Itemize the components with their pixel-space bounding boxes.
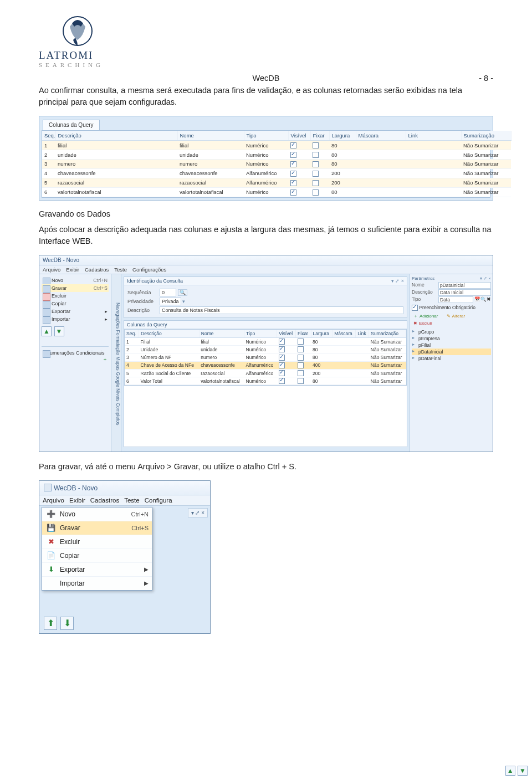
s3-window-title: WecDB - Novo — [39, 481, 210, 495]
col-header[interactable]: Sumarização — [369, 330, 406, 338]
r-desc-val[interactable]: Data Inicial — [438, 289, 491, 296]
add-button[interactable]: ＋Adicionar — [412, 312, 442, 320]
seq-label: Sequência — [127, 290, 160, 295]
table-row[interactable]: 6valortotalnotafiscalvalortotalnotafisca… — [42, 187, 511, 197]
col-header[interactable]: Seq. — [125, 330, 139, 338]
dropdown-item[interactable]: ➕NovoCtrl+N — [42, 508, 152, 521]
desc-label: Descrição — [127, 308, 160, 313]
menu-item[interactable]: Configura — [145, 497, 172, 504]
col-header[interactable]: Máscara — [356, 131, 406, 141]
tree-item[interactable]: pFilial — [412, 342, 491, 348]
tree-item[interactable]: pGrupo — [412, 329, 491, 335]
screenshot-colunas-query: Colunas da Query Seq.DescriçãoNomeTipoVi… — [39, 116, 493, 201]
r-tipo-val[interactable]: Data — [438, 296, 473, 303]
panel-identificacao: Identificação da Consulta▾ ⤢ × Sequência… — [124, 276, 407, 318]
alter-button[interactable]: ✎Alterar — [445, 312, 470, 320]
col-header[interactable]: Tipo — [244, 330, 277, 338]
arquivo-dropdown[interactable]: ➕NovoCtrl+N💾GravarCtrl+S✖Excluir📄Copiar⬇… — [42, 507, 152, 591]
col-header[interactable]: Nome — [177, 131, 244, 141]
r-nome-val[interactable]: pDataInicial — [438, 282, 491, 289]
dropdown-item[interactable]: ⬇Exportar▶ — [42, 563, 152, 577]
menu-item[interactable]: Cadastros — [90, 497, 119, 504]
move-down-icon[interactable]: ▼ — [54, 326, 64, 336]
col-header[interactable]: Nome — [199, 330, 244, 338]
table-row[interactable]: 4Chave de Acesso da NFechaveacessonfeAlf… — [125, 361, 406, 369]
page-number: - 8 - — [479, 74, 493, 83]
right-tab-label[interactable]: Parâmetros — [412, 276, 434, 281]
col-header[interactable]: Fixar — [310, 131, 329, 141]
paragraph-2: Após colocar a descrição adequada nas co… — [39, 224, 493, 247]
table-row[interactable]: 2unidadeunidadeNumérico80Não Sumarizar — [42, 150, 511, 160]
s3-menubar[interactable]: ArquivoExibirCadastrosTesteConfigura — [39, 495, 210, 506]
toolbar-item[interactable]: NovoCtrl+N — [42, 276, 109, 284]
menu-item[interactable]: Cadastros — [85, 266, 109, 273]
toolbar-item[interactable]: Excluir — [42, 292, 109, 300]
menu-item[interactable]: Exibir — [66, 266, 79, 273]
menu-item[interactable]: Arquivo — [43, 497, 64, 504]
toolbar-item[interactable]: Exportar▸ — [42, 308, 109, 315]
arrow-up-icon[interactable]: ⬆ — [44, 617, 57, 630]
table-row[interactable]: 5Razão Social do ClienterazaosocialAlfan… — [125, 369, 406, 377]
tab-colunas-query[interactable]: Colunas da Query — [43, 120, 100, 130]
tree-item[interactable]: pEmpresa — [412, 335, 491, 342]
dropdown-item[interactable]: 📄Copiar — [42, 549, 152, 563]
required-checkbox[interactable] — [412, 305, 418, 311]
col-header[interactable]: Máscara — [332, 330, 356, 338]
col-header[interactable]: Descrição — [55, 131, 177, 141]
toolbar-item[interactable]: Importar▸ — [42, 315, 109, 323]
panel-buttons[interactable]: ▾ ⤢ × — [391, 278, 404, 284]
priv-value[interactable]: Privada — [160, 298, 181, 305]
logo-tagline: SEARCHING — [39, 62, 104, 68]
col-header[interactable]: Descrição — [139, 330, 200, 338]
tree-item[interactable]: pDataInicial — [412, 348, 491, 355]
col-header[interactable]: Sumarização — [461, 131, 511, 141]
delete-button[interactable]: ✖Excluir — [412, 320, 437, 327]
gravar-icon: 💾 — [45, 524, 57, 532]
move-up-icon[interactable]: ▲ — [42, 326, 52, 336]
col-header[interactable]: Seq. — [42, 131, 55, 141]
r-nome-label: Nome — [412, 282, 438, 289]
menu-item[interactable]: Teste — [114, 266, 127, 273]
toolbar-fragment[interactable]: ▾ ⤢ × — [188, 508, 208, 517]
col-header[interactable]: Visível — [277, 330, 296, 338]
col-header[interactable]: Link — [356, 330, 369, 338]
menu-item[interactable]: Teste — [124, 497, 140, 504]
col-header[interactable]: Link — [406, 131, 461, 141]
menubar[interactable]: ArquivoExibirCadastrosTesteConfigurações — [39, 265, 493, 274]
vertical-tabs[interactable]: Navegações Formatação Mapas Google Nívei… — [111, 274, 121, 452]
enumeracoes-item[interactable]: Enumerações Condicionais ＋ — [42, 349, 109, 357]
menu-item[interactable]: Configurações — [132, 266, 166, 273]
tree-item[interactable]: pDataFinal — [412, 355, 491, 362]
desc-value[interactable]: Consulta de Notas Fiscais — [160, 306, 403, 314]
novo-icon: ➕ — [45, 510, 57, 519]
table-row[interactable]: 5razaosocialrazaosocialAlfanumérico200Nã… — [42, 178, 511, 187]
table-row[interactable]: 3Número da NFnumeroNumérico80Não Sumariz… — [125, 353, 406, 361]
table-row[interactable]: 1FilialfilialNumérico80Não Sumarizar — [125, 337, 406, 345]
importar-icon — [45, 579, 57, 588]
seq-lookup-icon[interactable]: 🔍 — [178, 289, 187, 296]
table-row[interactable]: 2UnidadeunidadeNumérico80Não Sumarizar — [125, 346, 406, 353]
required-label: Preenchimento Obrigatório — [419, 305, 475, 310]
col-header[interactable]: Tipo — [244, 131, 288, 141]
menu-item[interactable]: Exibir — [69, 497, 85, 504]
dropdown-item[interactable]: 💾GravarCtrl+S — [42, 521, 152, 535]
col-header[interactable]: Largura — [311, 330, 332, 338]
toolbar-item[interactable]: Copiar — [42, 300, 109, 308]
col-header[interactable]: Largura — [329, 131, 356, 141]
col-header[interactable]: Fixar — [296, 330, 311, 338]
panel2-title-label: Colunas da Query — [127, 322, 167, 327]
arrow-down-icon[interactable]: ⬇ — [60, 617, 74, 630]
seq-value[interactable]: 0 — [160, 289, 176, 296]
window-title: WecDB - Novo — [39, 255, 493, 265]
menu-item[interactable]: Arquivo — [43, 266, 60, 273]
dropdown-item[interactable]: ✖Excluir — [42, 535, 152, 549]
col-header[interactable]: Visível — [288, 131, 310, 141]
table-row[interactable]: 1filialfilialNumérico80Não Sumarizar — [42, 141, 511, 150]
toolbar-item[interactable]: GravarCtrl+S — [42, 284, 109, 292]
table-row[interactable]: 6Valor TotalvalortotalnotafiscalNumérico… — [125, 377, 406, 385]
table-row[interactable]: 3numeronumeroNumérico80Não Sumarizar — [42, 160, 511, 169]
dropdown-item[interactable]: Importar▶ — [42, 577, 152, 590]
table-row[interactable]: 4chaveacessonfechaveacessonfeAlfanuméric… — [42, 168, 511, 178]
param-tree[interactable]: pGrupopEmpresapFilialpDataInicialpDataFi… — [412, 329, 491, 362]
doc-title: WecDB — [253, 74, 280, 83]
